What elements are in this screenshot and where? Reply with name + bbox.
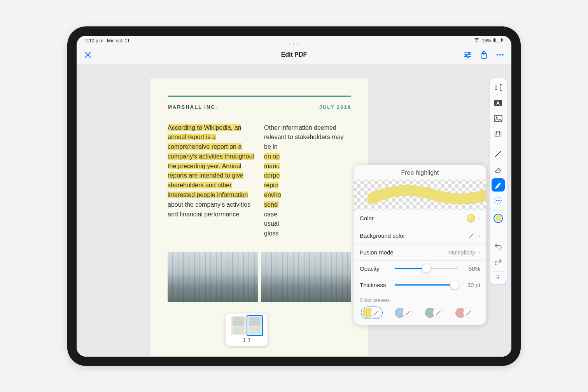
thickness-row: Thickness 30 pt bbox=[354, 277, 486, 293]
doc-company: MARSHALL INC. bbox=[168, 104, 217, 110]
text-tool-button[interactable]: T bbox=[492, 81, 505, 94]
status-date: Mié oct. 11 bbox=[107, 38, 130, 44]
image-tool-button[interactable] bbox=[492, 112, 505, 125]
color-preset-yellow[interactable] bbox=[361, 307, 382, 319]
eraser-tool-button[interactable] bbox=[492, 163, 505, 176]
doc-image bbox=[261, 252, 351, 302]
doc-divider bbox=[168, 96, 351, 97]
color-label: Color bbox=[360, 215, 374, 221]
thickness-label: Thickness bbox=[360, 282, 390, 288]
svg-text:T: T bbox=[494, 84, 498, 91]
page-thumbnail-selected[interactable] bbox=[247, 316, 262, 335]
battery-icon bbox=[494, 38, 503, 44]
color-swatch-yellow bbox=[467, 214, 475, 223]
chevron-right-icon: › bbox=[478, 249, 480, 256]
svg-point-14 bbox=[496, 117, 497, 118]
doc-text: about the company's activities and finan… bbox=[168, 201, 250, 218]
highlighted-text[interactable]: on op bbox=[264, 153, 280, 160]
svg-point-16 bbox=[496, 200, 497, 201]
color-row[interactable]: Color › bbox=[354, 210, 486, 227]
chevron-right-icon: › bbox=[478, 232, 480, 239]
svg-rect-13 bbox=[494, 115, 502, 122]
undo-button[interactable] bbox=[492, 239, 505, 253]
highlighted-text[interactable]: repor bbox=[264, 182, 278, 188]
fusion-mode-row[interactable]: Fusion mode Multiplicity › bbox=[354, 245, 486, 261]
fusion-label: Fusion mode bbox=[360, 249, 394, 256]
opacity-slider[interactable] bbox=[395, 268, 458, 269]
color-preset-blue[interactable] bbox=[395, 307, 413, 319]
doc-date: JULY 2018 bbox=[319, 104, 351, 110]
toolbar-divider bbox=[493, 144, 504, 144]
toolbar-drag-handle[interactable]: ⠿ bbox=[496, 275, 500, 281]
svg-point-17 bbox=[498, 200, 499, 201]
doc-column-2: Other information deemed relevant to sta… bbox=[264, 123, 351, 239]
popover-title: Free highlight bbox=[354, 165, 486, 179]
color-preset-red[interactable] bbox=[455, 307, 473, 319]
close-button[interactable] bbox=[84, 51, 92, 59]
more-tools-button[interactable] bbox=[492, 194, 505, 207]
battery-percent: 16% bbox=[482, 38, 491, 44]
svg-point-5 bbox=[467, 56, 469, 57]
opacity-label: Opacity bbox=[360, 265, 390, 272]
nav-bar: • • • Edit PDF bbox=[77, 46, 511, 64]
svg-point-4 bbox=[465, 54, 467, 56]
thickness-slider[interactable] bbox=[395, 284, 458, 286]
highlighted-text[interactable]: According to Wikipedia, an annual report… bbox=[168, 124, 254, 199]
highlighter-tool-button[interactable] bbox=[492, 178, 505, 192]
svg-point-3 bbox=[468, 52, 470, 54]
highlighted-text[interactable]: sensi bbox=[264, 201, 278, 208]
fusion-value: Multiplicity bbox=[448, 249, 475, 256]
wifi-icon bbox=[474, 38, 480, 44]
toolbar-divider bbox=[493, 271, 504, 272]
opacity-row: Opacity 50% bbox=[354, 261, 486, 277]
opacity-value: 50% bbox=[462, 265, 480, 272]
current-color-chip[interactable] bbox=[494, 214, 503, 223]
page-title: Edit PDF bbox=[281, 51, 307, 58]
highlighted-text[interactable]: corpo bbox=[264, 172, 280, 179]
svg-point-18 bbox=[499, 200, 500, 201]
multitask-dots-icon[interactable]: • • • bbox=[289, 42, 299, 46]
chevron-right-icon: › bbox=[478, 215, 480, 222]
highlight-options-popover: Free highlight Color › Background color bbox=[354, 165, 486, 325]
annotation-toolbar: T A bbox=[490, 78, 507, 284]
presets-label: Color presets bbox=[354, 293, 486, 305]
highlighted-text[interactable]: manu bbox=[264, 163, 280, 169]
color-swatch-none bbox=[467, 232, 475, 240]
svg-point-7 bbox=[497, 54, 498, 56]
doc-image bbox=[168, 252, 258, 302]
redo-button[interactable] bbox=[492, 255, 505, 268]
highlighted-text[interactable]: enviro bbox=[264, 192, 281, 198]
svg-rect-1 bbox=[494, 38, 495, 42]
doc-text: gloss bbox=[264, 230, 278, 237]
settings-sliders-icon[interactable] bbox=[463, 51, 472, 59]
doc-text: case bbox=[264, 211, 277, 218]
svg-rect-2 bbox=[502, 39, 503, 41]
stroke-preview bbox=[354, 179, 486, 210]
svg-point-9 bbox=[502, 54, 504, 56]
more-button[interactable] bbox=[496, 51, 504, 59]
line-tool-button[interactable] bbox=[492, 147, 505, 160]
svg-text:A: A bbox=[496, 100, 500, 106]
background-color-row[interactable]: Background color › bbox=[354, 227, 486, 245]
svg-point-8 bbox=[499, 54, 501, 56]
doc-text: Other information deemed relevant to sta… bbox=[264, 124, 344, 150]
status-time: 2:10 p.m. bbox=[85, 38, 105, 44]
doc-column-1: According to Wikipedia, an annual report… bbox=[168, 123, 255, 239]
popover-arrow bbox=[485, 246, 486, 253]
bg-color-label: Background color bbox=[360, 232, 405, 239]
page-range-label: 1-3 bbox=[228, 335, 265, 343]
page-thumbnail[interactable] bbox=[231, 316, 246, 335]
page-thumbnails-popup: 1-3 bbox=[226, 314, 268, 346]
text-highlight-tool-button[interactable]: A bbox=[492, 96, 505, 110]
color-preset-green[interactable] bbox=[425, 307, 443, 319]
thickness-value: 30 pt bbox=[462, 282, 480, 288]
share-button[interactable] bbox=[480, 51, 488, 59]
whiteout-tool-button[interactable] bbox=[492, 127, 505, 141]
toolbar-divider bbox=[493, 210, 504, 211]
doc-text: usual bbox=[264, 220, 279, 227]
